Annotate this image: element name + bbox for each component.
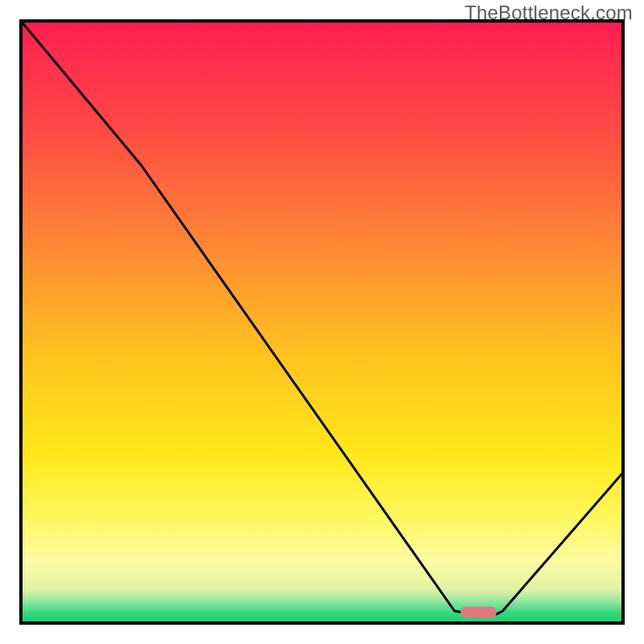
optimal-marker	[460, 607, 497, 618]
gradient-background	[21, 21, 623, 623]
bottleneck-chart	[0, 0, 644, 644]
watermark-label: TheBottleneck.com	[464, 2, 633, 24]
